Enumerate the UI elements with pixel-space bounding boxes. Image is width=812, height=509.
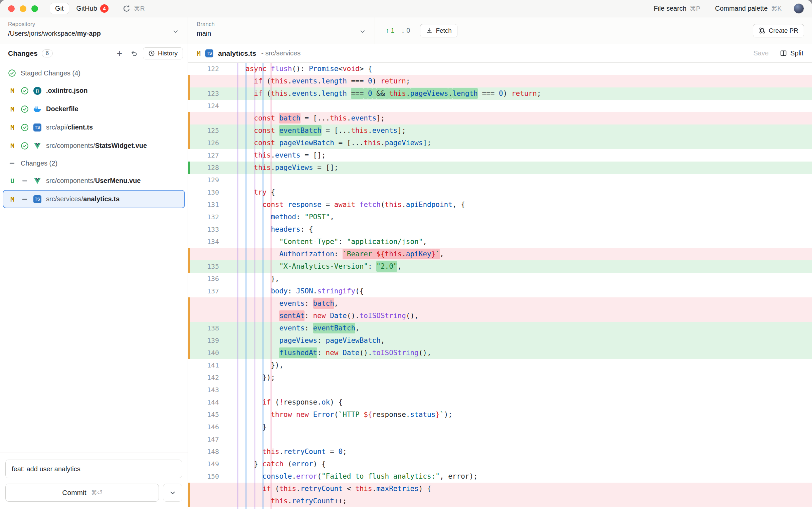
diff-row[interactable]: 124 bbox=[188, 100, 812, 112]
diff-row[interactable]: 126 const pageViewBatch = [...this.pageV… bbox=[188, 137, 812, 149]
staged-section-header[interactable]: Staged Changes (4) bbox=[0, 65, 188, 81]
code-line: }); bbox=[225, 372, 275, 384]
avatar[interactable] bbox=[793, 3, 804, 14]
title-bar: Git GitHub 4 ⌘R File search ⌘P Command p… bbox=[0, 0, 812, 18]
change-indicator-bar bbox=[188, 260, 190, 273]
commit-options-button[interactable] bbox=[163, 484, 182, 502]
diff-row[interactable]: 128 this.pageViews = []; bbox=[188, 162, 812, 174]
code-line bbox=[225, 384, 237, 396]
change-indicator-bar bbox=[188, 359, 190, 372]
diff-row[interactable]: sentAt: new Date().toISOString(), bbox=[188, 310, 812, 322]
diff-row[interactable]: 135 "X-Analytics-Version": "2.0", bbox=[188, 260, 812, 273]
github-notification-badge: 4 bbox=[100, 4, 108, 13]
diff-row[interactable]: 147 bbox=[188, 433, 812, 446]
diff-row[interactable]: 138 events: eventBatch, bbox=[188, 322, 812, 334]
line-number: 136 bbox=[190, 273, 225, 285]
tab-github[interactable]: GitHub 4 bbox=[76, 4, 108, 13]
line-number bbox=[190, 495, 225, 507]
history-clock-icon bbox=[148, 50, 155, 57]
diff-row[interactable]: 131 const response = await fetch(this.ap… bbox=[188, 199, 812, 211]
history-button[interactable]: History bbox=[143, 47, 183, 59]
zoom-button[interactable] bbox=[31, 5, 38, 12]
commit-row: Commit ⌘⏎ bbox=[5, 484, 182, 502]
file-search-button[interactable]: File search ⌘P bbox=[654, 5, 701, 12]
diff-row[interactable]: if (this.events.length === 0) return; bbox=[188, 75, 812, 88]
repository-selector[interactable]: Repository /Users/joris/workspace/my-app bbox=[0, 18, 188, 44]
diff-row[interactable]: 132 method: "POST", bbox=[188, 211, 812, 223]
diff-row[interactable]: Authorization: `Bearer ${this.apiKey}`, bbox=[188, 248, 812, 260]
diff-row[interactable]: 145 throw new Error(`HTTP ${response.sta… bbox=[188, 409, 812, 421]
diff-row[interactable]: const batch = [...this.events]; bbox=[188, 112, 812, 125]
minus-icon[interactable] bbox=[21, 195, 29, 203]
change-indicator-bar bbox=[188, 421, 190, 433]
code-line: const pageViewBatch = [...this.pageViews… bbox=[225, 137, 431, 149]
diff-row[interactable]: 137 body: JSON.stringify({ bbox=[188, 285, 812, 297]
add-button[interactable]: + bbox=[113, 47, 126, 59]
code-line: headers: { bbox=[225, 223, 313, 236]
refresh-icon bbox=[123, 5, 131, 13]
commit-message-input[interactable] bbox=[5, 460, 182, 478]
diff-row[interactable]: 149 } catch (error) { bbox=[188, 458, 812, 470]
file-status-badge: M bbox=[8, 196, 16, 203]
file-row-Dockerfile[interactable]: MDockerfile bbox=[3, 100, 185, 118]
commit-button[interactable]: Commit ⌘⏎ bbox=[5, 484, 159, 502]
diff-row[interactable]: 133 headers: { bbox=[188, 223, 812, 236]
diff-row[interactable]: 129 bbox=[188, 174, 812, 186]
refresh-button[interactable]: ⌘R bbox=[123, 5, 145, 13]
branch-selector[interactable]: Branch main bbox=[188, 18, 375, 44]
diff-row[interactable]: if (this.retryCount < this.maxRetries) { bbox=[188, 483, 812, 495]
code-line: body: JSON.stringify({ bbox=[225, 285, 364, 297]
diff-row[interactable]: 134 "Content-Type": "application/json", bbox=[188, 236, 812, 248]
save-button[interactable]: Save bbox=[753, 49, 769, 57]
create-pr-button[interactable]: Create PR bbox=[753, 24, 804, 37]
file-status-badge: M bbox=[8, 105, 16, 113]
diff-rows: 122 async flush(): Promise<void> { if (t… bbox=[188, 63, 812, 507]
file-row-client.ts[interactable]: MTSsrc/api/client.ts bbox=[3, 118, 185, 137]
file-row-analytics.ts[interactable]: MTSsrc/services/analytics.ts bbox=[3, 190, 185, 208]
chevron-down-icon bbox=[172, 28, 179, 35]
file-row-.oxlintrc.json[interactable]: M{}.oxlintrc.json bbox=[3, 81, 185, 100]
diff-row[interactable]: 139 pageViews: pageViewBatch, bbox=[188, 334, 812, 347]
command-palette-button[interactable]: Command palette ⌘K bbox=[715, 5, 782, 12]
unstaged-section-header[interactable]: Changes (2) bbox=[0, 155, 188, 172]
line-number: 145 bbox=[190, 409, 225, 421]
diff-row[interactable]: 141 }), bbox=[188, 359, 812, 372]
line-number: 125 bbox=[190, 125, 225, 137]
diff-row[interactable]: 127 this.events = []; bbox=[188, 149, 812, 162]
diff-row[interactable]: 125 const eventBatch = [...this.events]; bbox=[188, 125, 812, 137]
diff-row[interactable]: 130 try { bbox=[188, 186, 812, 199]
main-split: Changes 6 + History bbox=[0, 44, 812, 509]
diff-row[interactable]: 150 console.error("Failed to flush analy… bbox=[188, 470, 812, 483]
split-button[interactable]: Split bbox=[780, 49, 803, 57]
minus-icon[interactable] bbox=[21, 177, 29, 185]
diff-row[interactable]: events: batch, bbox=[188, 297, 812, 310]
file-search-shortcut: ⌘P bbox=[690, 5, 701, 12]
tab-git[interactable]: Git bbox=[50, 3, 69, 14]
undo-button[interactable] bbox=[128, 47, 140, 59]
check-circle-icon[interactable] bbox=[21, 124, 29, 132]
fetch-button[interactable]: Fetch bbox=[420, 24, 458, 37]
diff-row[interactable]: 136 }, bbox=[188, 273, 812, 285]
diff-row[interactable]: 146 } bbox=[188, 421, 812, 433]
refresh-shortcut: ⌘R bbox=[134, 5, 145, 12]
check-circle-icon[interactable] bbox=[21, 87, 29, 95]
diff-row[interactable]: 123 if (this.events.length === 0 && this… bbox=[188, 88, 812, 100]
minimize-button[interactable] bbox=[20, 5, 26, 12]
diff-row[interactable]: 144 if (!response.ok) { bbox=[188, 396, 812, 409]
file-row-StatsWidget.vue[interactable]: Msrc/components/StatsWidget.vue bbox=[3, 137, 185, 155]
close-button[interactable] bbox=[8, 5, 15, 12]
check-circle-icon[interactable] bbox=[21, 105, 29, 113]
diff-row[interactable]: 142 }); bbox=[188, 372, 812, 384]
diff-row[interactable]: this.retryCount++; bbox=[188, 495, 812, 507]
diff-row[interactable]: 140 flushedAt: new Date().toISOString(), bbox=[188, 347, 812, 359]
file-row-UserMenu.vue[interactable]: Usrc/components/UserMenu.vue bbox=[3, 172, 185, 190]
diff-row[interactable]: 122 async flush(): Promise<void> { bbox=[188, 63, 812, 75]
diff-row[interactable]: 148 this.retryCount = 0; bbox=[188, 446, 812, 458]
diff-row[interactable]: 143 bbox=[188, 384, 812, 396]
file-list: Staged Changes (4) M{}.oxlintrc.jsonMDoc… bbox=[0, 63, 188, 452]
repository-label: Repository bbox=[8, 21, 181, 28]
check-circle-icon[interactable] bbox=[21, 142, 29, 150]
code-line: "Content-Type": "application/json", bbox=[225, 236, 427, 248]
json-icon: {} bbox=[33, 87, 42, 95]
file-name: .oxlintrc.json bbox=[46, 87, 88, 95]
